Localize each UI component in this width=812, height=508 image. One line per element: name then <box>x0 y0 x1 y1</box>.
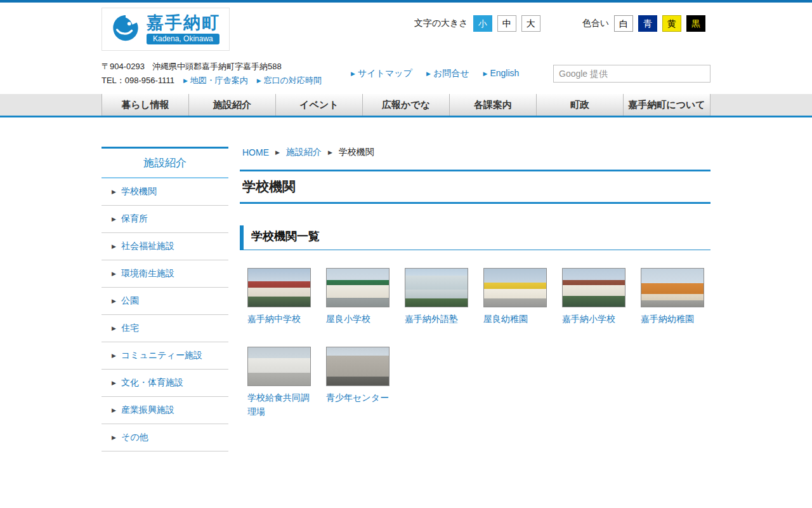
school-photo[interactable] <box>405 268 468 307</box>
school-card-kadena-gaigo-juku[interactable]: 嘉手納外語塾 <box>405 268 469 326</box>
google-search-input[interactable] <box>553 65 710 83</box>
color-scheme-black-button[interactable]: 黒 <box>686 15 705 32</box>
nav-tab-facilities[interactable]: 施設紹介 <box>189 94 276 116</box>
school-link[interactable]: 嘉手納外語塾 <box>405 312 469 326</box>
school-card-yara-elementary[interactable]: 屋良小学校 <box>326 268 391 326</box>
arrow-icon: ▶ <box>112 189 116 195</box>
school-card-school-lunch-center[interactable]: 学校給食共同調理場 <box>247 347 312 418</box>
school-photo[interactable] <box>326 268 390 307</box>
page-title: 学校機関 <box>240 171 710 202</box>
school-card-kadena-elementary[interactable]: 嘉手納小学校 <box>562 268 627 326</box>
arrow-icon: ▶ <box>351 70 355 77</box>
arrow-icon: ▶ <box>183 77 188 84</box>
site-name: 嘉手納町 <box>147 13 220 32</box>
font-size-large-button[interactable]: 大 <box>521 15 540 32</box>
breadcrumb: HOME ▶ 施設紹介 ▶ 学校機関 <box>242 147 710 158</box>
sidebar-item-social-welfare[interactable]: ▶社会福祉施設 <box>102 233 228 260</box>
arrow-icon: ▶ <box>112 434 116 441</box>
color-scheme-yellow-button[interactable]: 黄 <box>662 15 681 32</box>
school-link[interactable]: 学校給食共同調理場 <box>247 391 312 418</box>
font-size-label: 文字の大きさ <box>414 18 468 29</box>
arrow-icon: ▶ <box>112 243 116 250</box>
school-link[interactable]: 屋良幼稚園 <box>483 312 548 326</box>
school-link[interactable]: 嘉手納中学校 <box>247 312 312 326</box>
school-card-kadena-kindergarten[interactable]: 嘉手納幼稚園 <box>641 268 705 326</box>
school-card-youth-center[interactable]: 青少年センター <box>326 347 391 418</box>
school-link[interactable]: 青少年センター <box>326 391 391 405</box>
map-office-guide-link[interactable]: ▶地図・庁舎案内 <box>183 74 248 88</box>
postal-code: 〒904-0293 <box>102 60 145 74</box>
sidebar: 施設紹介 ▶学校機関 ▶保育所 ▶社会福祉施設 ▶環境衛生施設 ▶公園 ▶住宅 … <box>102 147 228 451</box>
color-scheme-blue-button[interactable]: 青 <box>638 15 657 32</box>
kadena-bird-logo-icon <box>111 13 140 45</box>
arrow-icon: ▶ <box>112 352 116 359</box>
sidebar-item-culture-sports[interactable]: ▶文化・体育施設 <box>102 370 228 397</box>
breadcrumb-facilities-link[interactable]: 施設紹介 <box>286 147 322 158</box>
site-logo[interactable]: 嘉手納町 Kadena, Okinawa <box>102 8 230 51</box>
title-rule-bottom <box>240 202 710 204</box>
nav-tab-departments[interactable]: 各課案内 <box>450 94 537 116</box>
address-block: 〒904-0293 沖縄県中頭郡嘉手納町字嘉手納588 TEL：098-956-… <box>102 60 322 88</box>
arrow-icon: ▶ <box>112 407 116 413</box>
color-scheme-label: 色合い <box>582 18 609 29</box>
school-photo[interactable] <box>483 268 547 307</box>
school-photo[interactable] <box>247 347 311 386</box>
arrow-icon: ▶ <box>112 298 116 304</box>
school-link[interactable]: 屋良小学校 <box>326 312 391 326</box>
contact-link[interactable]: ▶お問合せ <box>426 68 469 79</box>
arrow-icon: ▶ <box>112 271 116 277</box>
school-list: 嘉手納中学校 屋良小学校 嘉手納外語塾 屋良幼稚園 嘉手納小学校 <box>247 268 710 418</box>
nav-tab-town-government[interactable]: 町政 <box>537 94 624 116</box>
site-subtitle: Kadena, Okinawa <box>147 34 219 44</box>
search-box <box>553 65 710 83</box>
sidebar-item-other[interactable]: ▶その他 <box>102 424 228 451</box>
sidebar-item-nursery[interactable]: ▶保育所 <box>102 206 228 233</box>
sidebar-item-parks[interactable]: ▶公園 <box>102 288 228 315</box>
office-hours-link[interactable]: ▶窓口の対応時間 <box>257 74 322 88</box>
utility-links: ▶サイトマップ ▶お問合せ ▶English <box>351 68 519 79</box>
main-content: HOME ▶ 施設紹介 ▶ 学校機関 学校機関 学校機関一覧 嘉手納中学校 <box>240 147 710 418</box>
font-size-small-button[interactable]: 小 <box>473 15 492 32</box>
page: 嘉手納町 Kadena, Okinawa 文字の大きさ 小 中 大 色合い 白 … <box>0 0 812 508</box>
english-link[interactable]: ▶English <box>483 68 520 79</box>
tel-text: TEL：098-956-1111 <box>102 74 174 88</box>
arrow-icon: ▶ <box>112 325 116 331</box>
school-card-kadena-junior-high[interactable]: 嘉手納中学校 <box>247 268 312 326</box>
nav-tab-living-info[interactable]: 暮らし情報 <box>102 94 189 116</box>
global-nav: 暮らし情報 施設紹介 イベント 広報かでな 各課案内 町政 嘉手納町について <box>0 94 812 117</box>
section-heading: 学校機関一覧 <box>240 225 710 250</box>
chevron-right-icon: ▶ <box>275 149 280 156</box>
arrow-icon: ▶ <box>112 216 116 222</box>
sidebar-item-housing[interactable]: ▶住宅 <box>102 315 228 342</box>
color-scheme-white-button[interactable]: 白 <box>614 15 633 32</box>
sitemap-link[interactable]: ▶サイトマップ <box>351 68 412 79</box>
school-link[interactable]: 嘉手納小学校 <box>562 312 627 326</box>
accessibility-controls: 文字の大きさ 小 中 大 色合い 白 青 黄 黒 <box>414 15 710 32</box>
sidebar-item-industry[interactable]: ▶産業振興施設 <box>102 397 228 424</box>
sidebar-item-environment[interactable]: ▶環境衛生施設 <box>102 260 228 288</box>
school-photo[interactable] <box>326 347 390 386</box>
nav-tab-public-relations[interactable]: 広報かでな <box>363 94 450 116</box>
sidebar-item-schools[interactable]: ▶学校機関 <box>102 178 228 206</box>
page-title-block: 学校機関 <box>240 170 710 204</box>
school-photo[interactable] <box>562 268 625 307</box>
school-link[interactable]: 嘉手納幼稚園 <box>641 312 705 326</box>
sidebar-item-community[interactable]: ▶コミュニティー施設 <box>102 342 228 370</box>
school-photo[interactable] <box>247 268 311 307</box>
school-photo[interactable] <box>641 268 704 307</box>
site-header: 嘉手納町 Kadena, Okinawa 文字の大きさ 小 中 大 色合い 白 … <box>102 3 710 94</box>
arrow-icon: ▶ <box>257 77 261 84</box>
breadcrumb-home-link[interactable]: HOME <box>242 147 269 157</box>
arrow-icon: ▶ <box>426 70 431 77</box>
breadcrumb-current: 学校機関 <box>339 147 374 158</box>
address-text: 沖縄県中頭郡嘉手納町字嘉手納588 <box>152 60 282 74</box>
sidebar-title: 施設紹介 <box>102 147 228 178</box>
font-size-medium-button[interactable]: 中 <box>497 15 516 32</box>
nav-tab-events[interactable]: イベント <box>276 94 363 116</box>
arrow-icon: ▶ <box>112 380 116 386</box>
nav-tab-about-kadena[interactable]: 嘉手納町について <box>624 94 710 116</box>
chevron-right-icon: ▶ <box>328 149 332 156</box>
arrow-icon: ▶ <box>483 70 488 77</box>
school-card-yara-kindergarten[interactable]: 屋良幼稚園 <box>483 268 548 326</box>
